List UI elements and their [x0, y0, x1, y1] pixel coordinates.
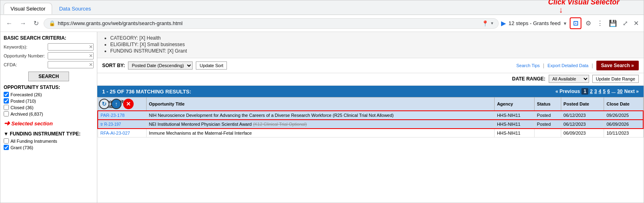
results-summary: 1 - 25 OF 736 MATCHING RESULTS: — [102, 89, 191, 95]
tab-data-sources[interactable]: Data Sources — [52, 3, 98, 14]
tab-visual-selector[interactable]: Visual Selector — [4, 3, 52, 14]
opp-number-clear-icon[interactable]: ✕ — [89, 53, 93, 59]
criteria-item-0: CATEGORY: [X] Health — [110, 35, 639, 41]
criteria-item-1: ELIGIBILITY: [X] Small businesses — [110, 42, 639, 47]
archived-checkbox[interactable] — [4, 111, 9, 116]
feed-dropdown-icon[interactable]: ▼ — [563, 21, 567, 26]
search-tips-link[interactable]: Search Tips — [516, 63, 540, 68]
update-sort-button[interactable]: Update Sort — [196, 61, 227, 70]
page-1[interactable]: 1 — [581, 88, 588, 95]
forecasted-checkbox[interactable] — [4, 92, 9, 97]
sidebar: BASIC SEARCH CRITERIA: Keyword(s): ✕ Opp… — [0, 32, 97, 203]
row3-number[interactable]: RFA-AI-23-027 — [101, 131, 130, 135]
save-icon: 💾 — [609, 20, 617, 27]
back-icon: ← — [6, 20, 13, 27]
search-controls: SORT BY: Posted Date (Descending) Update… — [97, 58, 644, 73]
sort-label: SORT BY: — [102, 63, 125, 68]
row2-agency: HHS-NIH11 — [494, 120, 534, 129]
archived-label: Archived (6,837) — [10, 112, 43, 116]
keyword-input[interactable] — [48, 43, 94, 51]
row3-agency: HHS-NIH11 — [494, 129, 534, 137]
row3-title: Immune Mechanisms at the Maternal-Fetal … — [146, 129, 494, 137]
table-row: PAR-23-178 NIH Neuroscience Development … — [98, 111, 643, 120]
page-ellipsis: ... — [612, 89, 616, 94]
page-3[interactable]: 3 — [594, 89, 597, 94]
row2-number[interactable]: tr R-23-197 — [101, 122, 121, 127]
results-header: 1 - 25 OF 736 MATCHING RESULTS: « Previo… — [97, 86, 644, 97]
posted-checkbox[interactable] — [4, 98, 9, 104]
close-icon: ✕ — [634, 20, 639, 27]
play-button[interactable]: ▶ — [501, 19, 506, 27]
funding-title: ▼ FUNDING INSTRUMENT TYPE: — [4, 131, 94, 137]
grant-label: Grant (736) — [10, 145, 33, 150]
refresh-button[interactable]: ↻ — [31, 18, 41, 29]
selected-arrow-icon: ➜ — [4, 119, 10, 128]
visual-selector-icon: ⊡ — [573, 20, 578, 27]
col-status: Status — [534, 97, 561, 111]
row1-status: Posted — [534, 111, 561, 120]
opp-number-input[interactable] — [48, 52, 94, 59]
row1-number[interactable]: PAR-23-178 — [101, 113, 125, 118]
page-5[interactable]: 5 — [603, 89, 606, 94]
search-button[interactable]: SEARCH — [28, 72, 69, 81]
save-button[interactable]: 💾 — [607, 18, 619, 29]
all-funding-checkbox[interactable] — [4, 138, 9, 144]
row3-posted: 06/09/2023 — [561, 129, 604, 137]
criteria-area: CATEGORY: [X] Health ELIGIBILITY: [X] Sm… — [97, 32, 644, 58]
cfda-clear-icon[interactable]: ✕ — [89, 62, 93, 68]
settings-button[interactable]: ⚙ — [584, 18, 593, 29]
row2-title: NEI Institutional Mentored Physician Sci… — [146, 120, 494, 129]
opp-number-label: Opportunity Number: — [4, 53, 46, 58]
cfda-label: CFDA: — [4, 62, 46, 67]
page-4[interactable]: 4 — [599, 89, 602, 94]
back-button[interactable]: ← — [4, 18, 15, 29]
sort-select[interactable]: Posted Date (Descending) — [128, 61, 193, 70]
next-button[interactable]: Next » — [624, 89, 639, 94]
export-link[interactable]: Export Detailed Data — [548, 63, 589, 68]
url-text: https://www.grants.gov/web/grants/search… — [58, 20, 479, 26]
tab-data-sources-label: Data Sources — [59, 6, 91, 12]
row2-title-strikethrough: (K12 Clinical Trial Optional) — [253, 122, 307, 127]
visual-selector-button[interactable]: ⊡ — [570, 17, 581, 29]
feed-label[interactable]: 12 steps - Grants feed — [508, 20, 560, 26]
col-posted: Posted Date — [561, 97, 604, 111]
basic-search-title: BASIC SEARCH CRITERIA: — [4, 35, 94, 41]
page-last[interactable]: 30 — [617, 89, 623, 94]
keyword-clear-icon[interactable]: ✕ — [89, 44, 93, 50]
date-range-select[interactable]: All Available — [549, 75, 589, 83]
lock-icon: 🔒 — [49, 20, 55, 26]
more-icon: ⋮ — [597, 20, 603, 27]
save-search-button[interactable]: Save Search » — [596, 61, 639, 70]
posted-label: Posted (710) — [10, 99, 36, 104]
address-bar[interactable]: 🔒 https://www.grants.gov/web/grants/sear… — [44, 18, 499, 29]
play-icon: ▶ — [501, 20, 506, 27]
row1-title: NIH Neuroscience Development for Advanci… — [146, 111, 494, 120]
more-button[interactable]: ⋮ — [595, 18, 605, 29]
opp-status-title: OPPORTUNITY STATUS: — [4, 85, 94, 90]
close-button[interactable]: ✕ — [632, 18, 640, 29]
forward-button[interactable]: → — [17, 18, 29, 29]
page-6[interactable]: 6 — [607, 89, 610, 94]
grant-checkbox[interactable] — [4, 145, 9, 150]
row2-posted: 06/12/2023 — [561, 120, 604, 129]
location-icon: 📍 — [482, 20, 489, 27]
prev-button[interactable]: « Previous — [556, 89, 580, 94]
cfda-input[interactable] — [48, 61, 94, 68]
table-row: RFA-AI-23-027 Immune Mechanisms at the M… — [98, 129, 643, 137]
expand-button[interactable]: ⤢ — [621, 18, 629, 29]
mini-toolbar: ↻ ↑ ✕ — [99, 99, 134, 109]
expand-icon: ⤢ — [623, 20, 628, 27]
update-date-button[interactable]: Update Date Range — [592, 75, 639, 83]
mini-refresh-button[interactable]: ↻ — [99, 99, 109, 109]
page-2[interactable]: 2 — [590, 89, 593, 94]
table-row: tr R-23-197 NEI Institutional Mentored P… — [98, 120, 643, 129]
mini-close-icon: ✕ — [126, 101, 131, 107]
mini-close-button[interactable]: ✕ — [123, 99, 134, 109]
forecasted-label: Forecasted (26) — [10, 92, 42, 97]
row1-agency: HHS-NIH11 — [494, 111, 534, 120]
location-dropdown[interactable]: ▾ — [491, 21, 493, 26]
mini-up-button[interactable]: ↑ — [111, 99, 122, 109]
row2-close: 06/09/2026 — [604, 120, 643, 129]
all-funding-label: All Funding Instruments — [10, 139, 57, 144]
closed-checkbox[interactable] — [4, 105, 9, 110]
